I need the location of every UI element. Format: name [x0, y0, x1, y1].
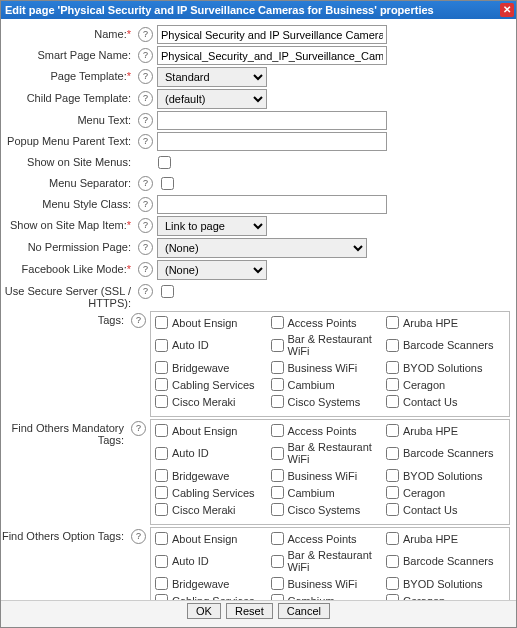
tag-checkbox[interactable] [155, 486, 168, 499]
tag-checkbox[interactable] [386, 532, 399, 545]
tag-item[interactable]: Cabling Services [155, 484, 271, 501]
tag-item[interactable]: BYOD Solutions [386, 575, 502, 592]
tag-checkbox[interactable] [386, 447, 399, 460]
ok-button[interactable]: OK [187, 603, 221, 619]
tag-checkbox[interactable] [155, 316, 168, 329]
tag-item[interactable]: BYOD Solutions [386, 467, 502, 484]
tag-item[interactable]: Aruba HPE [386, 314, 502, 331]
noperm-select[interactable]: (None) [157, 238, 367, 258]
tag-item[interactable]: Cisco Meraki [155, 393, 271, 410]
tag-item[interactable]: BYOD Solutions [386, 359, 502, 376]
tag-checkbox[interactable] [271, 532, 284, 545]
tag-item[interactable]: Access Points [271, 530, 387, 547]
help-icon[interactable]: ? [138, 113, 153, 128]
popup-parent-input[interactable] [157, 132, 387, 151]
tag-checkbox[interactable] [386, 378, 399, 391]
tag-checkbox[interactable] [386, 316, 399, 329]
secure-checkbox[interactable] [161, 285, 174, 298]
name-input[interactable] [157, 25, 387, 44]
tag-item[interactable]: Bridgewave [155, 575, 271, 592]
sitemap-select[interactable]: Link to page [157, 216, 267, 236]
tag-checkbox[interactable] [271, 469, 284, 482]
tag-checkbox[interactable] [271, 378, 284, 391]
help-icon[interactable]: ? [138, 69, 153, 84]
tag-item[interactable]: Access Points [271, 422, 387, 439]
tag-item[interactable]: Auto ID [155, 331, 271, 359]
tag-item[interactable]: Access Points [271, 314, 387, 331]
tag-checkbox[interactable] [386, 395, 399, 408]
tag-item[interactable]: Ceragon [386, 484, 502, 501]
help-icon[interactable]: ? [131, 421, 146, 436]
tag-checkbox[interactable] [386, 361, 399, 374]
tag-checkbox[interactable] [155, 555, 168, 568]
help-icon[interactable]: ? [138, 134, 153, 149]
tag-item[interactable]: Bar & Restaurant WiFi [271, 547, 387, 575]
tag-item[interactable]: Cisco Systems [271, 393, 387, 410]
help-icon[interactable]: ? [138, 176, 153, 191]
tag-item[interactable]: Bar & Restaurant WiFi [271, 439, 387, 467]
show-menus-checkbox[interactable] [158, 156, 171, 169]
menu-sep-checkbox[interactable] [161, 177, 174, 190]
help-icon[interactable]: ? [138, 262, 153, 277]
tag-item[interactable]: Auto ID [155, 439, 271, 467]
tag-item[interactable]: Contact Us [386, 501, 502, 518]
tag-item[interactable]: About Ensign [155, 422, 271, 439]
help-icon[interactable]: ? [138, 284, 153, 299]
fblike-select[interactable]: (None) [157, 260, 267, 280]
tag-item[interactable]: Barcode Scanners [386, 439, 502, 467]
menu-text-input[interactable] [157, 111, 387, 130]
tag-item[interactable]: Cabling Services [155, 376, 271, 393]
tag-checkbox[interactable] [271, 447, 284, 460]
tag-checkbox[interactable] [386, 577, 399, 590]
tag-checkbox[interactable] [386, 424, 399, 437]
tag-checkbox[interactable] [271, 486, 284, 499]
tag-item[interactable]: Auto ID [155, 547, 271, 575]
tag-checkbox[interactable] [386, 555, 399, 568]
tag-checkbox[interactable] [271, 395, 284, 408]
tag-checkbox[interactable] [386, 469, 399, 482]
tag-item[interactable]: Cambium [271, 376, 387, 393]
tag-checkbox[interactable] [155, 361, 168, 374]
help-icon[interactable]: ? [138, 48, 153, 63]
opt-tags-box[interactable]: About EnsignAccess PointsAruba HPEAuto I… [150, 527, 510, 603]
tag-checkbox[interactable] [155, 395, 168, 408]
tag-checkbox[interactable] [155, 503, 168, 516]
tag-checkbox[interactable] [155, 424, 168, 437]
tag-item[interactable]: Cisco Systems [271, 501, 387, 518]
menu-style-input[interactable] [157, 195, 387, 214]
tag-item[interactable]: Ceragon [386, 376, 502, 393]
tag-checkbox[interactable] [155, 378, 168, 391]
help-icon[interactable]: ? [138, 27, 153, 42]
tag-item[interactable]: About Ensign [155, 314, 271, 331]
tag-checkbox[interactable] [386, 486, 399, 499]
tag-item[interactable]: Aruba HPE [386, 530, 502, 547]
tag-checkbox[interactable] [155, 577, 168, 590]
tag-checkbox[interactable] [271, 316, 284, 329]
help-icon[interactable]: ? [138, 240, 153, 255]
tag-checkbox[interactable] [155, 532, 168, 545]
tag-checkbox[interactable] [271, 555, 284, 568]
tag-item[interactable]: About Ensign [155, 530, 271, 547]
tag-item[interactable]: Business WiFi [271, 467, 387, 484]
tag-checkbox[interactable] [155, 339, 168, 352]
close-icon[interactable]: ✕ [500, 3, 514, 17]
tag-item[interactable]: Bridgewave [155, 359, 271, 376]
tag-checkbox[interactable] [386, 339, 399, 352]
tag-item[interactable]: Business WiFi [271, 575, 387, 592]
tag-item[interactable]: Bridgewave [155, 467, 271, 484]
help-icon[interactable]: ? [138, 91, 153, 106]
smart-name-input[interactable] [157, 46, 387, 65]
mand-tags-box[interactable]: About EnsignAccess PointsAruba HPEAuto I… [150, 419, 510, 525]
tag-item[interactable]: Business WiFi [271, 359, 387, 376]
reset-button[interactable]: Reset [226, 603, 273, 619]
child-template-select[interactable]: (default) [157, 89, 267, 109]
tag-checkbox[interactable] [386, 503, 399, 516]
tag-checkbox[interactable] [271, 424, 284, 437]
help-icon[interactable]: ? [138, 218, 153, 233]
cancel-button[interactable]: Cancel [278, 603, 330, 619]
tags-box[interactable]: About EnsignAccess PointsAruba HPEAuto I… [150, 311, 510, 417]
tag-item[interactable]: Cambium [271, 484, 387, 501]
tag-item[interactable]: Contact Us [386, 393, 502, 410]
tag-checkbox[interactable] [155, 447, 168, 460]
tag-checkbox[interactable] [271, 361, 284, 374]
